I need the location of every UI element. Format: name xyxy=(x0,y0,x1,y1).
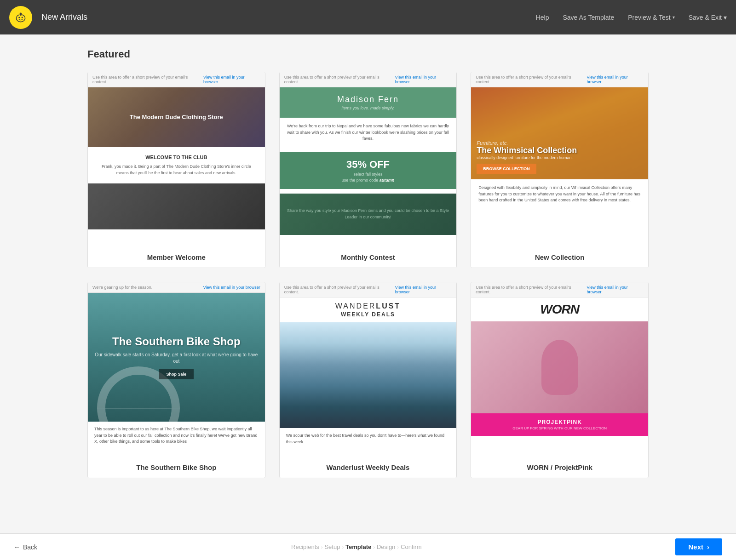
bs-cta[interactable]: Shop Sale xyxy=(159,369,194,379)
next-label: Next xyxy=(688,543,703,551)
email-preview-bar-6: Use this area to offer a short preview o… xyxy=(471,282,648,297)
view-browser-link-5[interactable]: View this email in your browser xyxy=(395,285,452,294)
mc-footer-text: Share the way you style your Madison Fer… xyxy=(280,204,457,224)
svg-point-3 xyxy=(22,17,23,18)
template-grid: Use this area to offer a short preview o… xyxy=(87,72,649,478)
bs-brand: The Southern Bike Shop xyxy=(92,335,260,349)
nc-tagline: classically designed furniture for the m… xyxy=(477,155,577,160)
mw-hero-text: The Modern Dude Clothing Store xyxy=(130,113,223,121)
template-preview-bike-shop: We're gearing up for the season. View th… xyxy=(88,282,265,457)
mailchimp-logo xyxy=(9,6,32,29)
save-template-button[interactable]: Save As Template xyxy=(563,14,614,21)
mw-body: WELCOME TO THE CLUB Frank, you made it. … xyxy=(88,147,265,183)
bs-body: This season is important to us here at T… xyxy=(88,422,265,450)
nc-cta-button[interactable]: Browse Collection xyxy=(477,164,536,174)
email-preview-bar-2: Use this area to offer a short preview o… xyxy=(280,72,457,87)
step-design: Design xyxy=(377,543,395,550)
mc-tagline: items you love. made simply. xyxy=(287,106,449,110)
wl-body-text: We scour the web for the best travel dea… xyxy=(286,433,450,445)
wl-brand: WANDERLUST xyxy=(287,302,449,310)
worn-footer-tagline: GEAR UP FOR SPRING WITH OUR NEW COLLECTI… xyxy=(478,426,641,430)
email-preview-bar-5: Use this area to offer a short preview o… xyxy=(280,282,457,297)
template-monthly-contest-content: Madison Fern items you love. made simply… xyxy=(280,87,457,235)
view-browser-link-2[interactable]: View this email in your browser xyxy=(395,75,452,84)
mc-body: We're back from our trip to Nepal and we… xyxy=(280,118,457,148)
step-confirm: Confirm xyxy=(401,543,422,550)
nc-body: Designed with flexibility and simplicity… xyxy=(471,179,648,209)
main-content: Featured Use this area to offer a short … xyxy=(74,34,662,533)
view-browser-link-3[interactable]: View this email in your browser xyxy=(586,75,644,84)
template-preview-monthly-contest: Use this area to offer a short preview o… xyxy=(280,72,457,247)
email-preview-bar-4: We're gearing up for the season. View th… xyxy=(88,282,265,293)
email-preview-bar-1: Use this area to offer a short preview o… xyxy=(88,72,265,87)
mc-discount-sub2: use the promo code autumn xyxy=(286,178,450,183)
worn-title: WORN xyxy=(478,302,641,317)
nc-collection: The Whimsical Collection xyxy=(477,146,577,155)
step-chevron-1: › xyxy=(321,544,323,550)
template-name-member-welcome: Member Welcome xyxy=(88,247,265,268)
worn-hero-content xyxy=(541,340,578,395)
svg-point-5 xyxy=(20,12,22,15)
wl-body: We scour the web for the best travel dea… xyxy=(280,428,457,450)
view-browser-link-4[interactable]: View this email in your browser xyxy=(203,285,260,290)
save-exit-button[interactable]: Save & Exit ▾ xyxy=(689,14,727,21)
template-bike-shop-content: The Southern Bike Shop Our sidewalk sale… xyxy=(88,293,265,450)
worn-figure xyxy=(541,340,578,395)
mc-discount: 35% OFF xyxy=(286,159,450,171)
wl-hero xyxy=(280,322,457,428)
template-new-collection-content: Furniture, etc. The Whimsical Collection… xyxy=(471,87,648,209)
template-name-new-collection: New Collection xyxy=(471,247,648,268)
step-chevron-4: › xyxy=(397,544,399,550)
template-card-new-collection[interactable]: Use this area to offer a short preview o… xyxy=(471,72,649,268)
template-member-welcome-content: The Modern Dude Clothing Store WELCOME T… xyxy=(88,87,265,229)
template-card-bike-shop[interactable]: We're gearing up for the season. View th… xyxy=(87,282,265,478)
template-card-worn[interactable]: Use this area to offer a short preview o… xyxy=(471,282,649,478)
bs-hero-content: The Southern Bike Shop Our sidewalk sale… xyxy=(88,331,265,384)
bs-hero-text: Our sidewalk sale starts on Saturday, ge… xyxy=(92,352,260,365)
back-button[interactable]: ← Back xyxy=(14,543,37,551)
template-name-wanderlust: Wanderlust Weekly Deals xyxy=(280,457,457,478)
view-browser-link-6[interactable]: View this email in your browser xyxy=(586,285,644,294)
template-preview-worn: Use this area to offer a short preview o… xyxy=(471,282,648,457)
mc-footer: Share the way you style your Madison Fer… xyxy=(280,194,457,235)
step-recipients: Recipients xyxy=(291,543,319,550)
help-link[interactable]: Help xyxy=(536,14,549,21)
wl-header: WANDERLUST WEEKLY DEALS xyxy=(280,297,457,322)
step-chevron-3: › xyxy=(373,544,375,550)
template-wanderlust-content: WANDERLUST WEEKLY DEALS We scour the web… xyxy=(280,297,457,450)
nc-hero: Furniture, etc. The Whimsical Collection… xyxy=(471,87,648,179)
bs-hero: The Southern Bike Shop Our sidewalk sale… xyxy=(88,293,265,422)
bottom-nav: ← Back Recipients › Setup › Template › D… xyxy=(0,533,736,560)
preview-test-chevron: ▾ xyxy=(673,15,675,20)
step-indicators: Recipients › Setup › Template › Design ›… xyxy=(291,543,421,550)
template-preview-new-collection: Use this area to offer a short preview o… xyxy=(471,72,648,247)
preview-test-button[interactable]: Preview & Test ▾ xyxy=(628,14,674,21)
wl-hero-inner xyxy=(280,322,457,428)
nc-hero-content: Furniture, etc. The Whimsical Collection… xyxy=(477,140,577,174)
mw-body-text: Frank, you made it. Being a part of The … xyxy=(95,164,258,176)
view-browser-link-1[interactable]: View this email in your browser xyxy=(203,75,260,84)
step-chevron-2: › xyxy=(342,544,344,550)
next-button[interactable]: Next › xyxy=(675,538,722,555)
step-template: Template xyxy=(345,543,371,550)
svg-point-2 xyxy=(18,17,20,18)
preview-bar-text-2: Use this area to offer a short preview o… xyxy=(284,75,395,84)
template-preview-member-welcome: Use this area to offer a short preview o… xyxy=(88,72,265,247)
mc-discount-sub1: select fall styles xyxy=(286,172,450,177)
save-exit-chevron: ▾ xyxy=(724,14,727,21)
worn-footer: PROJEKTPINK GEAR UP FOR SPRING WITH OUR … xyxy=(471,413,648,436)
app-header: New Arrivals Help Save As Template Previ… xyxy=(0,0,736,34)
campaign-title: New Arrivals xyxy=(41,12,87,22)
nc-brand: Furniture, etc. xyxy=(477,140,577,146)
nc-body-text: Designed with flexibility and simplicity… xyxy=(478,185,641,204)
next-arrow-icon: › xyxy=(707,543,709,551)
template-card-member-welcome[interactable]: Use this area to offer a short preview o… xyxy=(87,72,265,268)
template-card-monthly-contest[interactable]: Use this area to offer a short preview o… xyxy=(279,72,457,268)
preview-bar-text-5: Use this area to offer a short preview o… xyxy=(284,285,395,294)
template-preview-wanderlust: Use this area to offer a short preview o… xyxy=(280,282,457,457)
template-worn-content: WORN PROJEKTPINK GEAR UP FOR SPRING WITH… xyxy=(471,297,648,436)
mc-promo: 35% OFF select fall styles use the promo… xyxy=(280,152,457,189)
template-card-wanderlust[interactable]: Use this area to offer a short preview o… xyxy=(279,282,457,478)
preview-bar-text-4: We're gearing up for the season. xyxy=(92,285,152,290)
step-setup: Setup xyxy=(324,543,340,550)
